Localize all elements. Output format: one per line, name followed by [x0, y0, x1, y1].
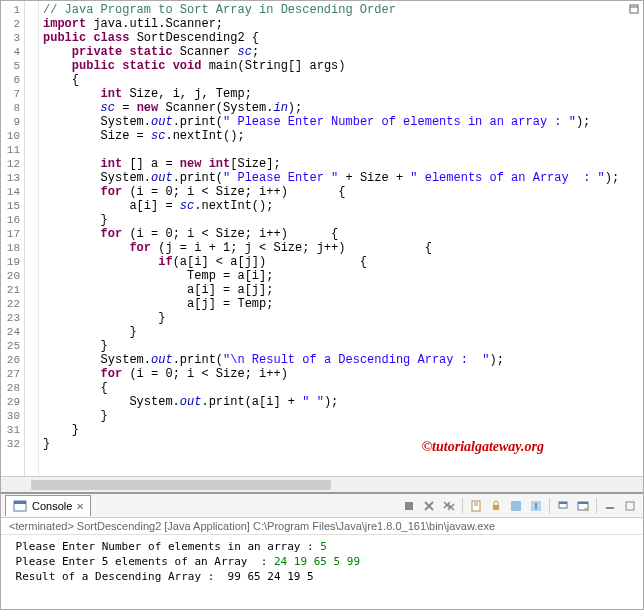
code-line[interactable]: for (i = 0; i < Size; i++) { [39, 227, 643, 241]
minimize-icon[interactable] [628, 3, 640, 15]
line-number: 18 [3, 241, 20, 255]
console-icon [12, 498, 28, 514]
console-tab-label: Console [32, 500, 72, 512]
console-tab-bar: Console ✕ [1, 494, 643, 518]
code-line[interactable]: sc = new Scanner(System.in); [39, 101, 643, 115]
line-number: 11 [3, 143, 20, 157]
line-number: 9 [3, 115, 20, 129]
code-line[interactable]: a[i] = sc.nextInt(); [39, 199, 643, 213]
line-number: 31 [3, 423, 20, 437]
code-line[interactable]: } [39, 409, 643, 423]
line-number: 1 [3, 3, 20, 17]
svg-rect-23 [626, 502, 634, 510]
line-number: 7 [3, 87, 20, 101]
close-icon[interactable]: ✕ [76, 501, 84, 512]
line-number: 25 [3, 339, 20, 353]
console-line: Result of a Descending Array : 99 65 24 … [9, 569, 635, 584]
svg-rect-14 [493, 505, 499, 510]
code-line[interactable]: System.out.print("\n Result of a Descend… [39, 353, 643, 367]
minimize-button[interactable] [601, 497, 619, 515]
line-number: 15 [3, 199, 20, 213]
code-line[interactable]: int [] a = new int[Size]; [39, 157, 643, 171]
line-number: 14 [3, 185, 20, 199]
line-number: 3 [3, 31, 20, 45]
code-line[interactable]: } [39, 311, 643, 325]
open-console-button[interactable] [574, 497, 592, 515]
code-line[interactable]: private static Scanner sc; [39, 45, 643, 59]
code-editor[interactable]: 1234567891011121314151617181920212223242… [1, 1, 643, 476]
console-status: <terminated> SortDescending2 [Java Appli… [1, 518, 643, 535]
line-number: 4 [3, 45, 20, 59]
console-panel: Console ✕ <terminated> SortDescending2 [… [1, 492, 643, 588]
line-number: 16 [3, 213, 20, 227]
pin-console-button[interactable] [527, 497, 545, 515]
code-line[interactable]: } [39, 437, 643, 451]
code-line[interactable]: for (i = 0; i < Size; i++) { [39, 185, 643, 199]
horizontal-scrollbar[interactable] [1, 476, 643, 492]
console-tab[interactable]: Console ✕ [5, 495, 91, 516]
code-line[interactable]: { [39, 381, 643, 395]
line-number: 10 [3, 129, 20, 143]
code-line[interactable]: { [39, 73, 643, 87]
line-number: 12 [3, 157, 20, 171]
code-line[interactable]: } [39, 423, 643, 437]
console-toolbar [400, 497, 639, 515]
line-number: 26 [3, 353, 20, 367]
line-number: 8 [3, 101, 20, 115]
svg-rect-21 [578, 502, 588, 504]
line-number: 19 [3, 255, 20, 269]
display-selected-button[interactable] [554, 497, 572, 515]
code-line[interactable]: } [39, 213, 643, 227]
svg-rect-4 [405, 502, 413, 510]
remove-all-button[interactable] [440, 497, 458, 515]
svg-rect-19 [559, 502, 567, 504]
code-line[interactable]: // Java Program to Sort Array in Descend… [39, 3, 643, 17]
code-line[interactable]: a[i] = a[j]; [39, 283, 643, 297]
console-line: Please Enter Number of elements in an ar… [9, 539, 635, 554]
code-line[interactable]: int Size, i, j, Temp; [39, 87, 643, 101]
code-line[interactable]: public class SortDescending2 { [39, 31, 643, 45]
svg-rect-0 [630, 5, 638, 13]
line-number: 23 [3, 311, 20, 325]
line-number-gutter: 1234567891011121314151617181920212223242… [1, 1, 25, 476]
code-line[interactable]: Size = sc.nextInt(); [39, 129, 643, 143]
code-line[interactable]: if(a[i] < a[j]) { [39, 255, 643, 269]
line-number: 20 [3, 269, 20, 283]
code-line[interactable]: for (i = 0; i < Size; i++) [39, 367, 643, 381]
line-number: 22 [3, 297, 20, 311]
console-output[interactable]: Please Enter Number of elements in an ar… [1, 535, 643, 588]
line-number: 29 [3, 395, 20, 409]
code-line[interactable] [39, 143, 643, 157]
code-line[interactable]: System.out.print(" Please Enter " + Size… [39, 171, 643, 185]
clear-console-button[interactable] [467, 497, 485, 515]
code-line[interactable]: public static void main(String[] args) [39, 59, 643, 73]
remove-terminated-button[interactable] [420, 497, 438, 515]
terminate-button[interactable] [400, 497, 418, 515]
code-line[interactable]: System.out.print(a[i] + " "); [39, 395, 643, 409]
code-line[interactable]: Temp = a[i]; [39, 269, 643, 283]
word-wrap-button[interactable] [507, 497, 525, 515]
line-number: 2 [3, 17, 20, 31]
line-number: 24 [3, 325, 20, 339]
svg-rect-15 [511, 501, 521, 511]
code-line[interactable]: } [39, 325, 643, 339]
code-line[interactable]: System.out.print(" Please Enter Number o… [39, 115, 643, 129]
line-number: 28 [3, 381, 20, 395]
line-number: 30 [3, 409, 20, 423]
maximize-button[interactable] [621, 497, 639, 515]
line-number: 5 [3, 59, 20, 73]
svg-rect-22 [606, 507, 614, 509]
code-line[interactable]: } [39, 339, 643, 353]
code-area[interactable]: // Java Program to Sort Array in Descend… [39, 1, 643, 476]
console-line: Please Enter 5 elements of an Array : 24… [9, 554, 635, 569]
line-number: 21 [3, 283, 20, 297]
line-number: 6 [3, 73, 20, 87]
code-line[interactable]: a[j] = Temp; [39, 297, 643, 311]
line-number: 27 [3, 367, 20, 381]
code-line[interactable]: import java.util.Scanner; [39, 17, 643, 31]
line-number: 32 [3, 437, 20, 451]
scroll-lock-button[interactable] [487, 497, 505, 515]
svg-rect-3 [14, 501, 26, 504]
code-line[interactable]: for (j = i + 1; j < Size; j++) { [39, 241, 643, 255]
line-number: 17 [3, 227, 20, 241]
